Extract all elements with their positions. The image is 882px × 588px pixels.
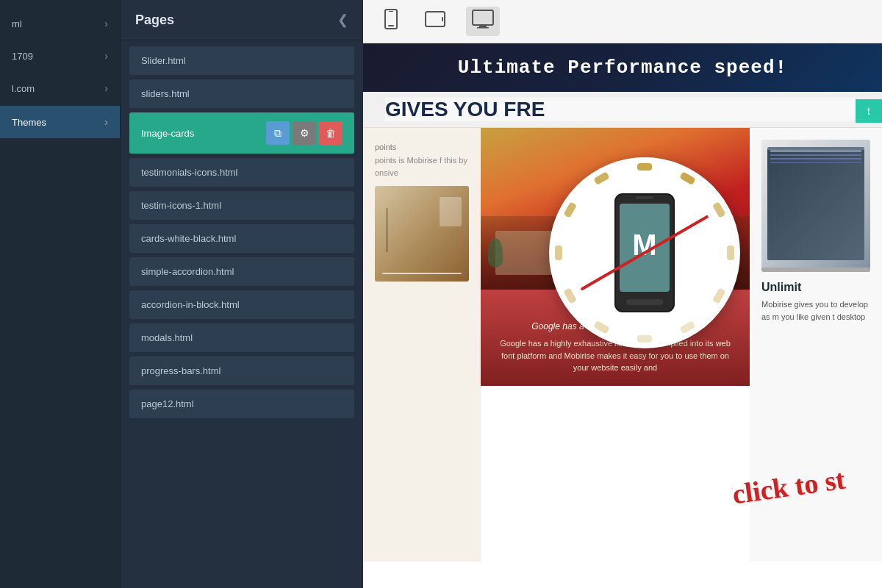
right-card-body: Mobirise gives you to develop as m you l…	[761, 298, 870, 323]
svg-rect-16	[563, 287, 577, 304]
copy-page-button[interactable]: ⧉	[266, 121, 290, 145]
page-item-label: page12.html	[141, 398, 194, 409]
left-sidebar: ml › 1709 › l.com › Themes ›	[0, 0, 121, 588]
page-item-sliders[interactable]: sliders.html	[129, 79, 354, 108]
page-item-cards-white-black[interactable]: cards-white-black.html	[129, 224, 354, 253]
chevron-right-icon-4: ›	[104, 116, 108, 128]
pages-panel: Pages ❮ Slider.html sliders.html Image-c…	[121, 0, 363, 588]
page-settings-button[interactable]: ⚙	[293, 121, 316, 145]
sidebar-item-themes[interactable]: Themes ›	[0, 106, 120, 138]
banner-text: Ultimate Performance speed!	[458, 57, 787, 79]
preview-inner: Ultimate Performance speed! GIVES YOU FR…	[363, 43, 882, 588]
sidebar-item-3[interactable]: l.com ›	[0, 72, 120, 104]
page-item-testimonials-icons[interactable]: testimonials-icons.html	[129, 158, 354, 187]
left-col-body: points is Mobirise f this by onsive	[375, 154, 469, 179]
page-item-label: testimonials-icons.html	[141, 167, 238, 178]
sidebar-item-1[interactable]: ml ›	[0, 7, 120, 40]
preview-banner: Ultimate Performance speed!	[363, 43, 882, 92]
page-item-accordion-in-block[interactable]: accordion-in-block.html	[129, 290, 354, 319]
svg-rect-19	[593, 171, 609, 185]
sidebar-item-3-label: l.com	[12, 83, 35, 94]
sidebar-item-2-label: 1709	[12, 51, 33, 62]
svg-rect-9	[679, 171, 695, 185]
svg-rect-4	[442, 17, 443, 21]
page-item-page12[interactable]: page12.html	[129, 390, 354, 418]
page-item-modals[interactable]: modals.html	[129, 323, 354, 352]
svg-rect-2	[389, 11, 393, 12]
chevron-right-icon: ›	[104, 18, 108, 29]
svg-rect-6	[479, 25, 487, 27]
svg-rect-17	[555, 245, 562, 260]
svg-rect-13	[679, 320, 695, 334]
gives-row: GIVES YOU FRE t	[363, 92, 882, 128]
svg-rect-5	[473, 10, 493, 25]
left-col-points-label: points	[375, 143, 469, 151]
main-content-columns: points points is Mobirise f this by onsi…	[363, 128, 882, 562]
sidebar-item-2[interactable]: 1709 ›	[0, 40, 120, 72]
pages-list: Slider.html sliders.html Image-cards ⧉ ⚙…	[121, 40, 363, 588]
page-item-image-cards[interactable]: Image-cards ⧉ ⚙ 🗑	[129, 112, 354, 154]
notebook-image	[375, 186, 469, 282]
preview-toolbar	[363, 0, 882, 43]
laptop-image	[761, 140, 870, 272]
page-item-label: accordion-in-block.html	[141, 299, 240, 310]
svg-rect-18	[563, 201, 577, 218]
sidebar-item-themes-label: Themes	[12, 117, 46, 128]
svg-rect-7	[477, 27, 489, 29]
page-item-label: progress-bars.html	[141, 365, 220, 376]
sidebar-item-1-label: ml	[12, 18, 22, 29]
svg-rect-12	[712, 287, 726, 304]
chevron-right-icon-2: ›	[104, 50, 108, 62]
pages-title: Pages	[135, 12, 174, 28]
page-item-active-label: Image-cards	[141, 128, 194, 139]
preview-content: Ultimate Performance speed! GIVES YOU FR…	[363, 43, 882, 588]
preview-area: Ultimate Performance speed! GIVES YOU FR…	[363, 0, 882, 588]
page-item-label: Slider.html	[141, 55, 186, 66]
chevron-right-icon-3: ›	[104, 82, 108, 94]
page-item-testim-icons-1[interactable]: testim-icons-1.html	[129, 191, 354, 220]
page-item-label: modals.html	[141, 332, 193, 343]
page-item-actions: ⧉ ⚙ 🗑	[266, 121, 343, 145]
page-item-label: testim-icons-1.html	[141, 200, 221, 211]
mobile-device-icon[interactable]	[378, 6, 404, 37]
page-item-label: sliders.html	[141, 88, 190, 99]
page-item-simple-accordion[interactable]: simple-accordion.html	[129, 257, 354, 286]
page-item-label: cards-white-black.html	[141, 233, 236, 244]
svg-rect-15	[593, 320, 609, 334]
gives-you-free-text: GIVES YOU FRE	[385, 98, 860, 121]
svg-rect-14	[637, 335, 652, 343]
phone-circle-overlay: M	[549, 157, 740, 348]
teal-action-button[interactable]: t	[856, 99, 882, 123]
desktop-device-icon[interactable]	[466, 7, 500, 36]
page-item-progress-bars[interactable]: progress-bars.html	[129, 356, 354, 385]
tablet-device-icon[interactable]	[419, 7, 451, 35]
svg-rect-11	[727, 245, 734, 260]
delete-page-button[interactable]: 🗑	[319, 121, 343, 145]
pages-header: Pages ❮	[121, 0, 363, 40]
preview-left-column: points points is Mobirise f this by onsi…	[363, 128, 481, 562]
pages-close-button[interactable]: ❮	[337, 12, 348, 28]
svg-rect-1	[388, 25, 394, 26]
page-item-label: simple-accordion.html	[141, 266, 234, 277]
svg-rect-10	[712, 201, 726, 218]
page-item-slider[interactable]: Slider.html	[129, 46, 354, 75]
right-card-title: Unlimit	[761, 281, 870, 294]
svg-rect-8	[637, 163, 652, 171]
